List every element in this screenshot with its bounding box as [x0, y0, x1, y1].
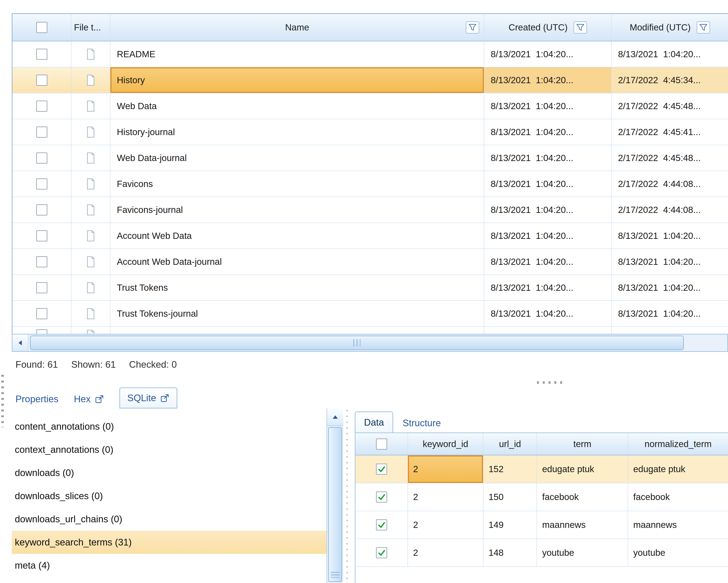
- row-cell-modified: 8/13/2021 1:04:20...: [612, 42, 728, 67]
- file-row[interactable]: Favicons 8/13/2021 1:04:20... 2/17/2022 …: [12, 171, 728, 197]
- row-cell-modified: 2/17/2022 4:45:34...: [612, 67, 728, 93]
- column-label: keyword_id: [423, 439, 468, 449]
- row-checkbox-checked[interactable]: [376, 547, 387, 558]
- tab-sqlite[interactable]: SQLite: [120, 387, 178, 408]
- row-cell-select: [12, 327, 71, 334]
- hscroll-thumb[interactable]: [30, 335, 684, 350]
- list-item[interactable]: meta (4): [12, 554, 327, 577]
- file-row[interactable]: Account Web Data 8/13/2021 1:04:20... 8/…: [12, 223, 728, 249]
- tab-label: Structure: [402, 418, 441, 428]
- tab-hex[interactable]: Hex: [74, 389, 104, 408]
- header-cell-modified[interactable]: Modified (UTC): [612, 14, 728, 41]
- grid-row-selected[interactable]: 2 152 edugate ptuk edugate ptuk: [356, 455, 728, 483]
- row-checkbox[interactable]: [36, 101, 47, 112]
- file-row[interactable]: README 8/13/2021 1:04:20... 8/13/2021 1:…: [12, 42, 728, 67]
- vertical-scrollbar[interactable]: [327, 408, 343, 583]
- list-item[interactable]: content_annotations (0): [12, 415, 327, 438]
- header-cell-term[interactable]: term: [537, 433, 628, 455]
- grid-cell-select: [356, 511, 408, 539]
- list-item[interactable]: downloads (0): [12, 461, 327, 484]
- file-row[interactable]: Favicons-journal 8/13/2021 1:04:20... 2/…: [12, 197, 728, 223]
- checked-count: Checked: 0: [129, 359, 177, 370]
- file-icon: [86, 282, 96, 294]
- list-item[interactable]: segment_usage (7): [12, 577, 327, 583]
- check-icon: [377, 465, 386, 474]
- row-cell-select: [12, 42, 71, 67]
- file-icon: [86, 152, 96, 164]
- header-cell-normalized-term[interactable]: normalized_term: [628, 433, 728, 455]
- table-name: downloads (0): [15, 467, 74, 478]
- status-bar: Found: 61 Shown: 61 Checked: 0: [16, 354, 177, 375]
- file-row[interactable]: Account Web Data-journal 8/13/2021 1:04:…: [12, 249, 728, 275]
- scroll-up-button[interactable]: [327, 408, 343, 426]
- row-checkbox-checked[interactable]: [376, 463, 387, 475]
- row-cell-select: [12, 249, 71, 275]
- file-icon: [86, 204, 96, 216]
- grid-header: keyword_id url_id term normalized_term: [356, 433, 728, 455]
- scroll-left-button[interactable]: [12, 334, 28, 351]
- filetype-column-label: File t...: [74, 22, 101, 32]
- tab-structure[interactable]: Structure: [396, 414, 448, 432]
- select-all-checkbox[interactable]: [376, 438, 387, 450]
- row-checkbox[interactable]: [36, 282, 47, 293]
- list-item-selected[interactable]: keyword_search_terms (31): [12, 531, 327, 554]
- tab-properties[interactable]: Properties: [16, 389, 58, 408]
- file-row-selected[interactable]: History 8/13/2021 1:04:20... 2/17/2022 4…: [12, 67, 728, 93]
- grid-row[interactable]: 2 150 facebook facebook: [356, 483, 728, 511]
- file-row[interactable]: Trust Tokens 8/13/2021 1:04:20... 8/13/2…: [12, 275, 728, 301]
- grid-row[interactable]: 2 148 youtube youtube: [356, 539, 728, 567]
- file-row-clipped[interactable]: [12, 327, 728, 334]
- list-item[interactable]: downloads_slices (0): [12, 484, 327, 508]
- row-checkbox-checked[interactable]: [376, 491, 387, 503]
- list-item[interactable]: context_annotations (0): [12, 438, 327, 461]
- row-checkbox[interactable]: [36, 329, 47, 334]
- list-item[interactable]: downloads_url_chains (0): [12, 508, 327, 531]
- grid-row[interactable]: 2 149 maannews maannews: [356, 511, 728, 539]
- select-all-checkbox[interactable]: [36, 22, 47, 33]
- vscroll-thumb[interactable]: [328, 427, 342, 582]
- tab-data[interactable]: Data: [355, 411, 393, 432]
- sqlite-data-panel: Data Structure keyword_id url_id term no…: [352, 408, 728, 583]
- row-checkbox[interactable]: [36, 152, 47, 163]
- row-cell-modified: 2/17/2022 4:44:08...: [612, 197, 728, 223]
- row-checkbox[interactable]: [36, 127, 47, 138]
- modified-filter-button[interactable]: [697, 21, 710, 33]
- row-checkbox-checked[interactable]: [376, 519, 387, 530]
- file-row[interactable]: Web Data-journal 8/13/2021 1:04:20... 2/…: [12, 145, 728, 171]
- header-cell-created[interactable]: Created (UTC): [484, 14, 612, 41]
- name-filter-button[interactable]: [466, 21, 479, 33]
- row-checkbox[interactable]: [36, 204, 47, 216]
- hscroll-track[interactable]: [28, 334, 727, 351]
- panel-splitter-handle[interactable]: [537, 381, 565, 384]
- created-filter-button[interactable]: [574, 21, 587, 33]
- file-name: Account Web Data: [117, 231, 192, 241]
- left-splitter-handle[interactable]: [1, 375, 4, 427]
- header-cell-name[interactable]: Name: [110, 14, 484, 41]
- row-cell-modified: 2/17/2022 4:45:48...: [612, 145, 728, 171]
- popout-icon[interactable]: [160, 394, 170, 403]
- row-cell-filetype: [71, 93, 110, 119]
- row-checkbox[interactable]: [36, 230, 47, 242]
- row-cell-filetype: [71, 223, 110, 249]
- row-cell-name: Trust Tokens-journal: [110, 301, 484, 326]
- horizontal-scrollbar[interactable]: [12, 334, 728, 352]
- header-cell-keyword-id[interactable]: keyword_id: [408, 433, 484, 455]
- table-name: keyword_search_terms (31): [15, 537, 132, 548]
- row-checkbox[interactable]: [36, 308, 47, 319]
- row-checkbox[interactable]: [36, 256, 47, 268]
- row-cell-modified: 2/17/2022 4:45:48...: [612, 93, 728, 119]
- row-checkbox[interactable]: [36, 75, 47, 86]
- row-cell-select: [12, 119, 71, 145]
- row-checkbox[interactable]: [36, 49, 47, 60]
- row-checkbox[interactable]: [36, 178, 47, 189]
- vertical-splitter[interactable]: [343, 408, 352, 583]
- popout-icon[interactable]: [95, 395, 104, 404]
- file-row[interactable]: Web Data 8/13/2021 1:04:20... 2/17/2022 …: [12, 93, 728, 119]
- file-row[interactable]: Trust Tokens-journal 8/13/2021 1:04:20..…: [12, 301, 728, 327]
- header-cell-url-id[interactable]: url_id: [484, 433, 537, 455]
- shown-count: Shown: 61: [71, 359, 116, 370]
- keyword-search-terms-grid: keyword_id url_id term normalized_term 2…: [355, 432, 728, 583]
- header-cell-filetype[interactable]: File t...: [71, 14, 110, 41]
- file-row[interactable]: History-journal 8/13/2021 1:04:20... 2/1…: [12, 119, 728, 145]
- grid-cell-keyword-id: 2: [408, 455, 484, 483]
